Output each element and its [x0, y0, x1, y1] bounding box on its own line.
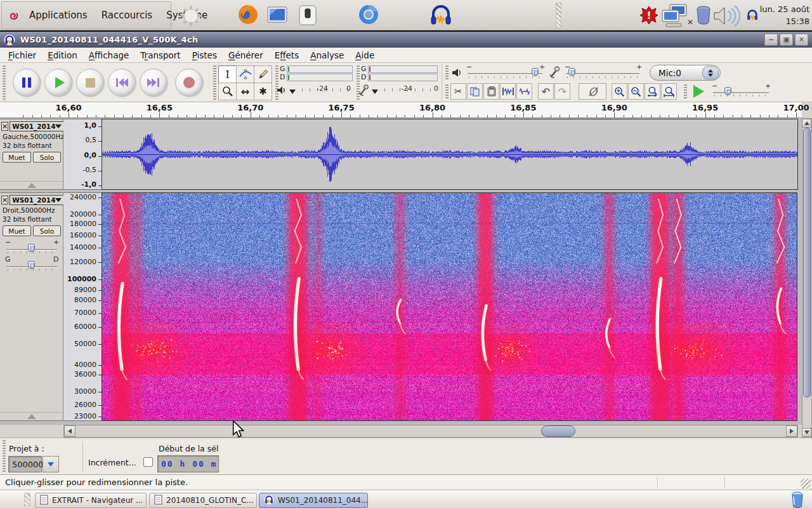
timeshift-tool[interactable]: ↔ [236, 83, 254, 100]
track2-name-menu[interactable]: WS01_2014 [10, 195, 64, 205]
track2-mute-button[interactable]: Muet [3, 225, 31, 236]
track1-solo-button[interactable]: Solo [33, 152, 61, 163]
selection-start-field[interactable]: 00 h 00 m 02 [157, 455, 219, 472]
fit-project-button[interactable] [661, 83, 677, 100]
selection-grip[interactable] [3, 440, 6, 473]
input-source-spinner[interactable] [702, 66, 719, 79]
menu-applications[interactable]: Applications [23, 10, 93, 21]
taskbar-window-audacity[interactable]: WS01_20140811_044... [259, 493, 368, 508]
speed-slider[interactable] [713, 92, 769, 93]
track2-vertical-ruler[interactable]: 2400002000001800001600001400001200001000… [63, 192, 102, 421]
menu-effets[interactable]: Effets [269, 48, 304, 62]
selection-tool[interactable]: I [218, 65, 237, 83]
zoom-out-button[interactable] [628, 83, 644, 100]
timeline-ruler[interactable]: 16,6016,6516,7016,7516,8016,8516,9016,95… [0, 102, 802, 118]
minimize-button[interactable]: − [764, 34, 778, 46]
window-titlebar[interactable]: WS01_20140811_044416_V_500K_4ch − ▣ ✕ [0, 32, 812, 48]
track2-spectrogram-area[interactable] [102, 192, 797, 421]
hscroll-right-arrow[interactable] [786, 425, 797, 437]
menu-generer[interactable]: Générer [223, 48, 269, 62]
cut-button[interactable]: ✂ [450, 83, 466, 100]
audacity-icon[interactable] [429, 3, 453, 27]
terminal-toggle-icon[interactable] [298, 5, 317, 25]
recording-volume-thumb[interactable] [568, 68, 575, 76]
vscroll-up-arrow[interactable] [802, 119, 811, 128]
track1-waveform-area[interactable] [102, 119, 798, 190]
menu-fichier[interactable]: Fichier [3, 48, 42, 62]
record-button[interactable] [175, 69, 203, 97]
vertical-scrollbar[interactable] [802, 118, 812, 438]
menu-analyse[interactable]: Analyse [304, 48, 350, 62]
track1-name-menu[interactable]: WS01_2014 [10, 121, 64, 131]
playback-meter-dropdown-icon[interactable] [289, 90, 296, 94]
zoom-in-button[interactable] [612, 83, 627, 100]
horizontal-scrollbar[interactable] [63, 425, 798, 438]
alert-icon[interactable]: ! [639, 6, 658, 25]
track1-vertical-ruler[interactable]: 1,00,50,0-0,5-1,0 [63, 119, 102, 190]
recording-mic-icon[interactable] [359, 84, 369, 96]
trim-button[interactable] [500, 83, 516, 100]
redo-button[interactable]: ↷ [554, 83, 570, 100]
stop-button[interactable] [76, 69, 104, 97]
playback-meter-bar-left[interactable] [287, 65, 353, 73]
taskbar-grip[interactable] [24, 493, 30, 506]
taskbar-window-glotin[interactable]: 20140810_GLOTIN_C... [149, 493, 257, 508]
hscroll-thumb[interactable] [541, 425, 575, 437]
taskbar-window-extrait[interactable]: EXTRAIT - Navigateur ... [35, 493, 147, 508]
playback-volume-thumb[interactable] [532, 68, 539, 76]
vscroll-thumb[interactable] [803, 128, 811, 398]
playback-speaker-icon[interactable] [277, 86, 286, 95]
zoom-tool[interactable] [218, 83, 237, 100]
menu-transport[interactable]: Transport [134, 48, 186, 62]
play-button[interactable] [44, 69, 72, 97]
vscroll-down-arrow[interactable] [802, 428, 811, 437]
maximize-button[interactable]: ▣ [780, 34, 793, 46]
draw-tool[interactable] [254, 65, 272, 83]
multi-tool[interactable]: ✱ [254, 83, 272, 100]
edit-grip[interactable] [445, 84, 449, 100]
transcription-grip[interactable] [684, 84, 687, 100]
chromium-icon[interactable] [358, 4, 379, 25]
track1-close-button[interactable]: ✕ [1, 122, 8, 131]
firefox-icon[interactable] [237, 4, 259, 25]
snap-checkbox[interactable] [143, 457, 153, 467]
recording-meter-bar-left[interactable] [368, 65, 438, 73]
recording-volume-slider[interactable] [566, 73, 639, 74]
mixer-grip[interactable] [445, 65, 449, 81]
play-at-speed-button[interactable] [690, 83, 707, 100]
menu-raccourcis[interactable]: Raccourcis [96, 10, 159, 21]
track2-pan-thumb[interactable] [28, 261, 35, 269]
close-button[interactable]: ✕ [795, 34, 808, 46]
menu-aide[interactable]: Aide [350, 48, 380, 62]
panel-menu-applet[interactable]: Applications Raccourcis Système [1, 1, 171, 29]
transport-grip[interactable] [3, 65, 6, 100]
fit-selection-button[interactable] [645, 83, 660, 100]
menu-edition[interactable]: Edition [42, 48, 83, 62]
display-icon[interactable] [267, 6, 287, 24]
hscroll-left-arrow[interactable] [64, 425, 75, 437]
menu-affichage[interactable]: Affichage [83, 48, 134, 62]
recording-meter-bar-right[interactable] [368, 74, 438, 81]
track1-mute-button[interactable]: Muet [3, 152, 31, 163]
track2-control-panel[interactable]: ✕ WS01_2014 Droit,500000Hz 32 bits flott… [0, 192, 63, 421]
copy-button[interactable] [467, 83, 483, 100]
workstations-icon[interactable]: ✕ [661, 4, 693, 28]
spectrogram-canvas[interactable] [102, 193, 797, 420]
project-rate-dropdown[interactable] [43, 456, 59, 472]
sync-lock-button[interactable]: Ø [579, 83, 606, 100]
track1-control-panel[interactable]: ✕ WS01_2014 Gauche,500000Hz 32 bits flot… [0, 119, 63, 190]
status-resize-grip[interactable] [801, 479, 811, 489]
forward-button[interactable] [140, 69, 167, 97]
project-rate-value[interactable]: 500000 [8, 456, 42, 472]
menu-pistes[interactable]: Pistes [187, 48, 223, 62]
undo-button[interactable]: ↶ [538, 83, 554, 100]
pause-button[interactable] [13, 69, 41, 97]
tools-grip[interactable] [213, 65, 216, 100]
trash-tray-icon[interactable] [695, 6, 712, 25]
trash-desktop-icon[interactable] [790, 491, 804, 508]
track2-solo-button[interactable]: Solo [33, 225, 61, 236]
volume-tray-icon[interactable] [713, 4, 746, 27]
speed-slider-thumb[interactable] [724, 87, 731, 95]
waveform-canvas[interactable] [102, 119, 797, 189]
launcher-icon[interactable] [180, 5, 202, 27]
